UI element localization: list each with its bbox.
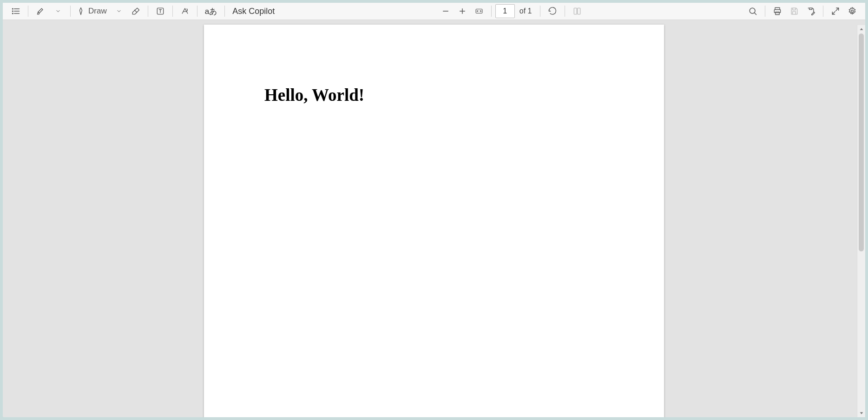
erase-button[interactable]	[127, 3, 144, 20]
divider	[565, 6, 565, 17]
svg-rect-15	[574, 8, 577, 14]
divider	[28, 6, 28, 17]
svg-rect-21	[776, 12, 779, 15]
toolbar: Draw	[3, 3, 865, 20]
ask-copilot-button[interactable]: Ask Copilot	[229, 3, 278, 20]
document-page: Hello, World!	[204, 25, 664, 417]
svg-point-27	[851, 10, 854, 13]
divider	[540, 6, 540, 17]
fullscreen-button[interactable]	[827, 3, 844, 20]
zoom-in-button[interactable]	[454, 3, 471, 20]
svg-point-5	[13, 13, 13, 14]
fit-width-icon	[474, 7, 484, 15]
settings-button[interactable]	[844, 3, 861, 20]
scrollbar-thumb[interactable]	[859, 33, 864, 251]
svg-line-26	[832, 12, 835, 14]
expand-icon	[831, 7, 840, 16]
save-icon	[789, 7, 799, 16]
svg-marker-28	[860, 28, 863, 30]
highlighter-icon	[36, 7, 45, 16]
page-view-button[interactable]	[569, 3, 585, 20]
svg-point-4	[13, 11, 13, 12]
highlight-button[interactable]	[32, 3, 49, 20]
print-button[interactable]	[769, 3, 786, 20]
svg-marker-29	[860, 412, 863, 414]
rotate-icon	[548, 7, 557, 16]
translate-button[interactable]: aあ	[201, 3, 221, 20]
ask-copilot-label: Ask Copilot	[232, 7, 275, 16]
read-aloud-button[interactable]	[177, 3, 193, 20]
chevron-down-icon	[55, 8, 61, 14]
minus-icon	[441, 7, 450, 15]
svg-rect-16	[578, 8, 580, 14]
rotate-button[interactable]	[544, 3, 561, 20]
page-content: Hello, World!	[264, 85, 604, 105]
search-button[interactable]	[744, 3, 761, 20]
save-edit-icon	[806, 7, 815, 16]
divider	[224, 6, 225, 17]
draw-button[interactable]: Draw	[74, 3, 110, 20]
draw-label: Draw	[88, 7, 107, 16]
pen-icon	[76, 7, 85, 16]
svg-rect-23	[793, 12, 796, 14]
svg-point-3	[13, 8, 13, 9]
highlight-dropdown[interactable]	[50, 3, 66, 20]
svg-line-6	[134, 10, 137, 13]
plus-icon	[458, 7, 467, 15]
toolbar-left: Draw	[7, 3, 278, 20]
contents-button[interactable]	[7, 3, 24, 20]
toolbar-center: of 1	[278, 3, 744, 20]
svg-rect-24	[809, 8, 812, 9]
save-as-button[interactable]	[802, 3, 819, 20]
chevron-down-icon	[116, 8, 122, 14]
divider	[491, 6, 492, 17]
translate-icon: aあ	[205, 6, 217, 17]
draw-dropdown[interactable]	[111, 3, 127, 20]
printer-icon	[773, 7, 782, 16]
scroll-up-button[interactable]	[857, 25, 865, 33]
page-total-label: of 1	[519, 7, 532, 15]
caret-down-icon	[859, 411, 864, 415]
divider	[148, 6, 148, 17]
scroll-down-button[interactable]	[857, 409, 865, 417]
search-icon	[748, 7, 757, 16]
page-view-icon	[572, 7, 582, 16]
svg-rect-22	[793, 8, 796, 10]
divider	[70, 6, 71, 17]
page-number-input[interactable]	[495, 4, 515, 18]
eraser-icon	[131, 7, 140, 16]
svg-line-25	[836, 8, 839, 11]
zoom-out-button[interactable]	[437, 3, 454, 20]
caret-up-icon	[859, 27, 864, 32]
canvas-inner: Hello, World!	[3, 20, 865, 417]
read-aloud-icon	[180, 7, 190, 16]
pdf-viewer-app: Draw	[3, 3, 865, 417]
list-icon	[11, 7, 20, 16]
scrollbar-track[interactable]	[857, 33, 865, 409]
divider	[197, 6, 197, 17]
document-canvas[interactable]: Hello, World!	[3, 20, 865, 417]
svg-line-18	[754, 13, 756, 14]
document-heading: Hello, World!	[264, 85, 604, 105]
add-text-button[interactable]	[152, 3, 169, 20]
divider	[765, 6, 765, 17]
gear-icon	[848, 7, 857, 16]
divider	[172, 6, 173, 17]
divider	[823, 6, 823, 17]
save-button[interactable]	[786, 3, 802, 20]
fit-width-button[interactable]	[471, 3, 487, 20]
vertical-scrollbar[interactable]	[857, 25, 865, 417]
text-box-icon	[156, 7, 165, 16]
toolbar-right	[744, 3, 861, 20]
